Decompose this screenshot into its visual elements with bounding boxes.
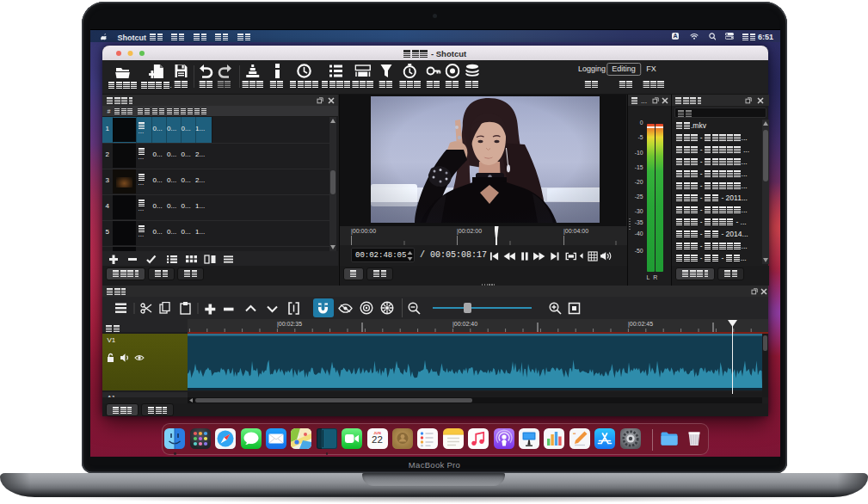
svg-text:“: “ — [573, 431, 576, 438]
